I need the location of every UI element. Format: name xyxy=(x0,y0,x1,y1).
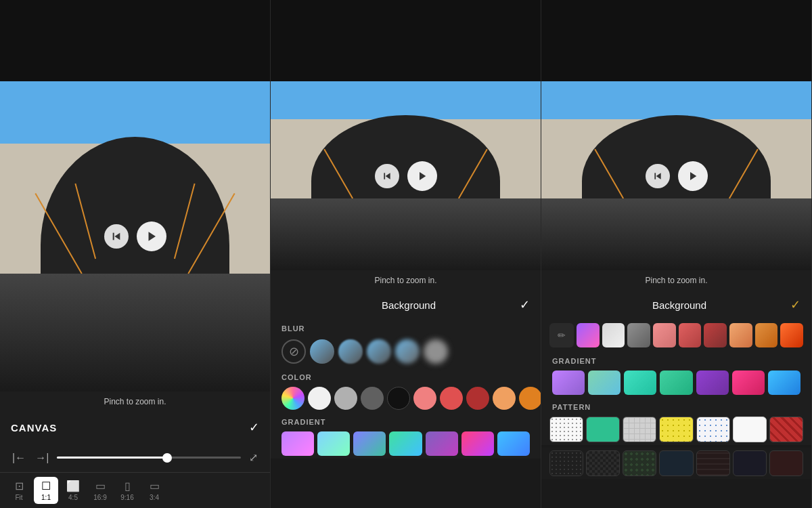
bg-check-3[interactable]: ✓ xyxy=(790,297,800,312)
svg-rect-0 xyxy=(112,233,114,240)
p3-swatch-lgray-grad[interactable] xyxy=(602,323,625,347)
color-palette-row xyxy=(271,384,541,412)
color-swatch-lgray[interactable] xyxy=(334,387,357,410)
format-tabs: ⊡ Fit ☐ 1:1 ⬜ 4:5 ▭ 16:9 ▯ 9:16 ▭ 3:4 xyxy=(0,472,270,508)
p3-swatch-purple-grad[interactable] xyxy=(577,323,600,347)
bg-section-3: Background ✓ xyxy=(541,291,811,319)
play-btn-3[interactable] xyxy=(678,161,708,191)
blur-swatch-3[interactable] xyxy=(367,339,391,364)
grad-swatch-5[interactable] xyxy=(426,431,458,456)
blur-swatch-5[interactable] xyxy=(424,339,448,364)
pinch-hint-1: Pinch to zoom in. xyxy=(0,391,270,412)
timeline-slider[interactable] xyxy=(57,457,241,459)
svg-rect-3 xyxy=(384,173,385,179)
panel3-top xyxy=(541,0,811,81)
grad3-swatch-6[interactable] xyxy=(732,371,765,395)
pattern-dark7[interactable] xyxy=(769,450,803,476)
slider-fill xyxy=(57,457,167,459)
color-swatch-black[interactable] xyxy=(387,387,410,410)
grad-swatch-1[interactable] xyxy=(281,431,314,456)
tab-9-16[interactable]: ▯ 9:16 xyxy=(115,477,139,504)
grad-swatch-7[interactable] xyxy=(497,431,530,456)
pattern-red-stripe[interactable] xyxy=(769,417,803,442)
play-controls-1 xyxy=(104,221,166,251)
blur-swatch-4[interactable] xyxy=(395,339,420,364)
grad3-swatch-7[interactable] xyxy=(768,371,800,395)
dashboard-3 xyxy=(541,198,811,270)
bg-scroll-2[interactable]: BLUR ⊘ COLOR GRADIENT xyxy=(271,319,541,508)
p3-swatch-fire-grad[interactable] xyxy=(780,323,803,347)
bg-scroll-3[interactable]: ✏ GRADIENT PATTERN xyxy=(541,319,811,508)
pattern-grid[interactable] xyxy=(623,417,656,442)
tab-fit[interactable]: ⊡ Fit xyxy=(7,477,31,504)
pattern-dark4[interactable] xyxy=(659,450,693,476)
color-swatch-red[interactable] xyxy=(440,387,463,410)
grad3-swatch-2[interactable] xyxy=(588,371,621,395)
grad3-swatch-3[interactable] xyxy=(624,371,656,395)
p3-swatch-pink-grad[interactable] xyxy=(653,323,676,347)
blur-none-btn[interactable]: ⊘ xyxy=(281,339,306,364)
arrow-right-icon[interactable]: →| xyxy=(34,450,50,465)
svg-marker-7 xyxy=(656,173,660,179)
tab-1-1[interactable]: ☐ 1:1 xyxy=(34,477,58,504)
svg-marker-1 xyxy=(114,233,120,240)
canvas-section: CANVAS ✓ xyxy=(0,412,270,443)
grad-swatch-3[interactable] xyxy=(353,431,386,456)
bg-check-2[interactable]: ✓ xyxy=(520,297,530,312)
color-swatch-pink[interactable] xyxy=(413,387,436,410)
panel-background-2: Pinch to zoom in. Background ✓ BLUR ⊘ CO… xyxy=(271,0,541,508)
canvas-check-icon[interactable]: ✓ xyxy=(249,420,259,435)
color-swatch-dred[interactable] xyxy=(466,387,489,410)
tab-16-9[interactable]: ▭ 16:9 xyxy=(88,477,112,504)
color-swatch-peach[interactable] xyxy=(493,387,516,410)
tab-4-5[interactable]: ⬜ 4:5 xyxy=(61,477,85,504)
p3-swatch-peach-grad[interactable] xyxy=(729,323,752,347)
pattern-dark6[interactable] xyxy=(733,450,767,476)
pattern-zigzag[interactable] xyxy=(586,417,620,442)
grad-swatch-6[interactable] xyxy=(461,431,494,456)
grad3-swatch-5[interactable] xyxy=(696,371,729,395)
color-swatch-orange[interactable] xyxy=(519,387,541,410)
p3-swatch-dgray-grad[interactable] xyxy=(627,323,650,347)
pattern-dark5[interactable] xyxy=(696,450,730,476)
grad-swatch-2[interactable] xyxy=(317,431,350,456)
blur-swatch-2[interactable] xyxy=(338,339,363,364)
pattern-blue-dots[interactable] xyxy=(696,417,730,442)
pattern-dark3[interactable] xyxy=(623,450,656,476)
color-swatch-dgray[interactable] xyxy=(361,387,384,410)
skip-back-btn-2[interactable] xyxy=(375,164,399,188)
video-preview-2[interactable] xyxy=(271,81,541,270)
play-controls-3 xyxy=(646,161,708,191)
grad3-swatch-1[interactable] xyxy=(552,371,585,395)
color-swatch-white[interactable] xyxy=(308,387,331,410)
video-preview-3[interactable] xyxy=(541,81,811,270)
p3-swatch-dred-grad[interactable] xyxy=(704,323,727,347)
dashboard-2 xyxy=(271,198,541,270)
arrow-left-icon[interactable]: |← xyxy=(11,450,27,465)
pattern-dark2[interactable] xyxy=(586,450,620,476)
pattern-row-3 xyxy=(541,414,811,445)
video-preview-1[interactable] xyxy=(0,81,270,391)
tab-3-4[interactable]: ▭ 3:4 xyxy=(142,477,166,504)
svg-marker-2 xyxy=(148,232,156,241)
pattern-dark1[interactable] xyxy=(549,450,583,476)
play-btn-1[interactable] xyxy=(137,221,166,251)
gradient-row-3 xyxy=(541,368,811,398)
p3-swatch-orange-grad[interactable] xyxy=(755,323,778,347)
play-btn-2[interactable] xyxy=(407,161,437,191)
pinch-hint-2: Pinch to zoom in. xyxy=(271,270,541,291)
panel1-top xyxy=(0,0,270,81)
blur-swatch-1[interactable] xyxy=(310,339,334,364)
skip-back-btn-3[interactable] xyxy=(646,164,670,188)
p3-pencil-btn[interactable]: ✏ xyxy=(549,323,574,347)
color-picker-btn[interactable] xyxy=(281,387,304,410)
pattern-yellow-dots[interactable] xyxy=(659,417,693,442)
grad-swatch-4[interactable] xyxy=(389,431,422,456)
p3-swatch-red-grad[interactable] xyxy=(679,323,702,347)
grad3-swatch-4[interactable] xyxy=(660,371,692,395)
expand-icon[interactable]: ⤢ xyxy=(248,450,259,465)
pattern-plain[interactable] xyxy=(733,417,767,442)
skip-back-btn-1[interactable] xyxy=(104,224,129,249)
slider-thumb[interactable] xyxy=(162,453,172,463)
pattern-dots-white[interactable] xyxy=(549,417,583,442)
